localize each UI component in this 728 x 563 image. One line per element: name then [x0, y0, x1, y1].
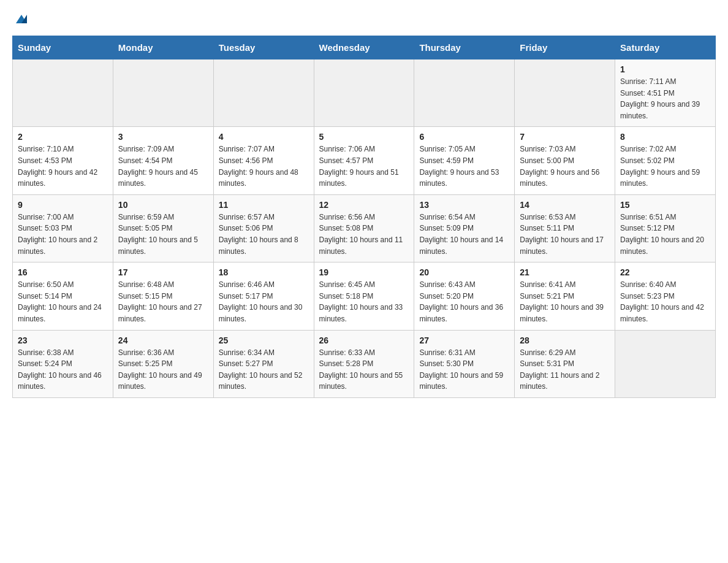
calendar-cell: 2Sunrise: 7:10 AM Sunset: 4:53 PM Daylig… — [13, 127, 113, 194]
day-info: Sunrise: 6:57 AM Sunset: 5:06 PM Dayligh… — [219, 212, 309, 257]
day-info: Sunrise: 6:36 AM Sunset: 5:25 PM Dayligh… — [118, 347, 208, 393]
day-number: 20 — [419, 267, 509, 277]
day-number: 28 — [520, 335, 610, 345]
calendar-cell — [113, 59, 213, 127]
day-number: 26 — [319, 335, 409, 345]
calendar-cell: 15Sunrise: 6:51 AM Sunset: 5:12 PM Dayli… — [615, 194, 716, 262]
day-info: Sunrise: 6:33 AM Sunset: 5:28 PM Dayligh… — [319, 347, 409, 393]
day-number: 23 — [18, 335, 108, 345]
calendar-cell: 21Sunrise: 6:41 AM Sunset: 5:21 PM Dayli… — [515, 262, 615, 330]
day-header-thursday: Thursday — [414, 36, 515, 59]
calendar-cell: 11Sunrise: 6:57 AM Sunset: 5:06 PM Dayli… — [213, 194, 314, 262]
calendar-week-row: 16Sunrise: 6:50 AM Sunset: 5:14 PM Dayli… — [13, 262, 716, 330]
day-number: 11 — [219, 200, 309, 210]
day-info: Sunrise: 6:50 AM Sunset: 5:14 PM Dayligh… — [18, 279, 108, 324]
logo-icon — [15, 12, 28, 26]
day-info: Sunrise: 7:06 AM Sunset: 4:57 PM Dayligh… — [319, 144, 409, 189]
day-number: 10 — [118, 200, 208, 210]
calendar-cell: 25Sunrise: 6:34 AM Sunset: 5:27 PM Dayli… — [213, 330, 314, 397]
calendar-cell — [414, 59, 515, 127]
day-info: Sunrise: 6:54 AM Sunset: 5:09 PM Dayligh… — [419, 212, 509, 257]
calendar-week-row: 1Sunrise: 7:11 AM Sunset: 4:51 PM Daylig… — [13, 59, 716, 127]
calendar-week-row: 9Sunrise: 7:00 AM Sunset: 5:03 PM Daylig… — [13, 194, 716, 262]
day-number: 18 — [219, 267, 309, 277]
calendar-cell: 23Sunrise: 6:38 AM Sunset: 5:24 PM Dayli… — [13, 330, 113, 397]
calendar-cell: 20Sunrise: 6:43 AM Sunset: 5:20 PM Dayli… — [414, 262, 515, 330]
day-info: Sunrise: 6:40 AM Sunset: 5:23 PM Dayligh… — [620, 279, 710, 324]
day-header-tuesday: Tuesday — [213, 36, 314, 59]
calendar-cell: 27Sunrise: 6:31 AM Sunset: 5:30 PM Dayli… — [414, 330, 515, 397]
day-number: 2 — [18, 132, 108, 142]
calendar-cell: 17Sunrise: 6:48 AM Sunset: 5:15 PM Dayli… — [113, 262, 213, 330]
calendar-week-row: 23Sunrise: 6:38 AM Sunset: 5:24 PM Dayli… — [13, 330, 716, 397]
calendar-cell: 26Sunrise: 6:33 AM Sunset: 5:28 PM Dayli… — [314, 330, 414, 397]
calendar-cell: 5Sunrise: 7:06 AM Sunset: 4:57 PM Daylig… — [314, 127, 414, 194]
calendar-cell: 18Sunrise: 6:46 AM Sunset: 5:17 PM Dayli… — [213, 262, 314, 330]
day-number: 24 — [118, 335, 208, 345]
day-number: 15 — [620, 200, 710, 210]
calendar-cell: 8Sunrise: 7:02 AM Sunset: 5:02 PM Daylig… — [615, 127, 716, 194]
day-info: Sunrise: 6:45 AM Sunset: 5:18 PM Dayligh… — [319, 279, 409, 324]
calendar-week-row: 2Sunrise: 7:10 AM Sunset: 4:53 PM Daylig… — [13, 127, 716, 194]
day-info: Sunrise: 6:59 AM Sunset: 5:05 PM Dayligh… — [118, 212, 208, 257]
day-info: Sunrise: 6:34 AM Sunset: 5:27 PM Dayligh… — [219, 347, 309, 393]
day-number: 12 — [319, 200, 409, 210]
calendar-cell — [515, 59, 615, 127]
calendar-cell: 14Sunrise: 6:53 AM Sunset: 5:11 PM Dayli… — [515, 194, 615, 262]
day-info: Sunrise: 6:29 AM Sunset: 5:31 PM Dayligh… — [520, 347, 610, 393]
day-info: Sunrise: 7:00 AM Sunset: 5:03 PM Dayligh… — [18, 212, 108, 257]
day-number: 5 — [319, 132, 409, 142]
day-info: Sunrise: 6:56 AM Sunset: 5:08 PM Dayligh… — [319, 212, 409, 257]
day-number: 14 — [520, 200, 610, 210]
day-number: 13 — [419, 200, 509, 210]
calendar-cell — [13, 59, 113, 127]
day-info: Sunrise: 7:11 AM Sunset: 4:51 PM Dayligh… — [620, 76, 710, 121]
calendar-cell: 12Sunrise: 6:56 AM Sunset: 5:08 PM Dayli… — [314, 194, 414, 262]
day-number: 3 — [118, 132, 208, 142]
day-info: Sunrise: 7:07 AM Sunset: 4:56 PM Dayligh… — [219, 144, 309, 189]
day-header-wednesday: Wednesday — [314, 36, 414, 59]
calendar-cell: 1Sunrise: 7:11 AM Sunset: 4:51 PM Daylig… — [615, 59, 716, 127]
day-info: Sunrise: 7:09 AM Sunset: 4:54 PM Dayligh… — [118, 144, 208, 189]
day-info: Sunrise: 7:02 AM Sunset: 5:02 PM Dayligh… — [620, 144, 710, 189]
day-number: 21 — [520, 267, 610, 277]
day-number: 9 — [18, 200, 108, 210]
day-number: 25 — [219, 335, 309, 345]
page-header — [12, 12, 716, 26]
day-info: Sunrise: 6:41 AM Sunset: 5:21 PM Dayligh… — [520, 279, 610, 324]
day-info: Sunrise: 7:05 AM Sunset: 4:59 PM Dayligh… — [419, 144, 509, 189]
day-header-monday: Monday — [113, 36, 213, 59]
calendar-cell: 4Sunrise: 7:07 AM Sunset: 4:56 PM Daylig… — [213, 127, 314, 194]
calendar-cell: 7Sunrise: 7:03 AM Sunset: 5:00 PM Daylig… — [515, 127, 615, 194]
calendar-cell: 13Sunrise: 6:54 AM Sunset: 5:09 PM Dayli… — [414, 194, 515, 262]
day-number: 6 — [419, 132, 509, 142]
day-number: 7 — [520, 132, 610, 142]
calendar-cell: 6Sunrise: 7:05 AM Sunset: 4:59 PM Daylig… — [414, 127, 515, 194]
day-number: 8 — [620, 132, 710, 142]
day-number: 16 — [18, 267, 108, 277]
day-info: Sunrise: 7:03 AM Sunset: 5:00 PM Dayligh… — [520, 144, 610, 189]
day-number: 4 — [219, 132, 309, 142]
day-info: Sunrise: 6:43 AM Sunset: 5:20 PM Dayligh… — [419, 279, 509, 324]
day-number: 17 — [118, 267, 208, 277]
day-info: Sunrise: 6:31 AM Sunset: 5:30 PM Dayligh… — [419, 347, 509, 393]
day-header-saturday: Saturday — [615, 36, 716, 59]
calendar-cell: 3Sunrise: 7:09 AM Sunset: 4:54 PM Daylig… — [113, 127, 213, 194]
day-number: 1 — [620, 64, 710, 74]
day-info: Sunrise: 6:46 AM Sunset: 5:17 PM Dayligh… — [219, 279, 309, 324]
day-header-friday: Friday — [515, 36, 615, 59]
day-info: Sunrise: 6:53 AM Sunset: 5:11 PM Dayligh… — [520, 212, 610, 257]
calendar-cell — [615, 330, 716, 397]
calendar-cell: 9Sunrise: 7:00 AM Sunset: 5:03 PM Daylig… — [13, 194, 113, 262]
calendar-cell: 19Sunrise: 6:45 AM Sunset: 5:18 PM Dayli… — [314, 262, 414, 330]
calendar-cell: 10Sunrise: 6:59 AM Sunset: 5:05 PM Dayli… — [113, 194, 213, 262]
day-number: 22 — [620, 267, 710, 277]
day-info: Sunrise: 6:48 AM Sunset: 5:15 PM Dayligh… — [118, 279, 208, 324]
day-info: Sunrise: 7:10 AM Sunset: 4:53 PM Dayligh… — [18, 144, 108, 189]
calendar-cell: 28Sunrise: 6:29 AM Sunset: 5:31 PM Dayli… — [515, 330, 615, 397]
day-number: 27 — [419, 335, 509, 345]
logo — [12, 12, 29, 26]
day-info: Sunrise: 6:51 AM Sunset: 5:12 PM Dayligh… — [620, 212, 710, 257]
day-header-sunday: Sunday — [13, 36, 113, 59]
calendar-cell: 22Sunrise: 6:40 AM Sunset: 5:23 PM Dayli… — [615, 262, 716, 330]
